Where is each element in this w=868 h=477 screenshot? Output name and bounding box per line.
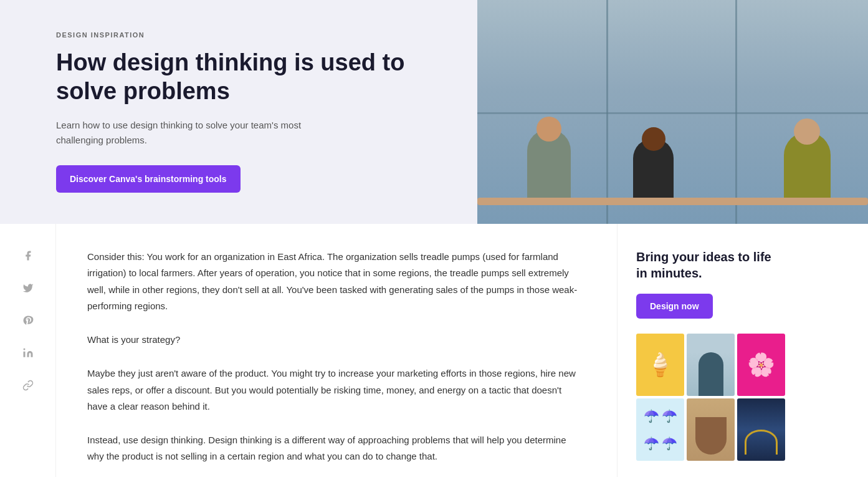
grid-image-3: 🌸 bbox=[737, 334, 785, 396]
umbrella-icon: ☂️ bbox=[662, 436, 677, 451]
design-now-button[interactable]: Design now bbox=[636, 294, 713, 319]
hero-title: How design thinking is used to solve pro… bbox=[56, 49, 440, 105]
content-section: Consider this: You work for an organizat… bbox=[0, 224, 868, 477]
hero-image bbox=[477, 0, 868, 224]
hero-description: Learn how to use design thinking to solv… bbox=[56, 118, 318, 148]
umbrella-scene: ☂️ ☂️ ☂️ ☂️ bbox=[636, 398, 684, 461]
pinterest-icon[interactable] bbox=[21, 314, 35, 327]
twitter-icon[interactable] bbox=[21, 281, 35, 295]
hero-content: DESIGN INSPIRATION How design thinking i… bbox=[0, 0, 477, 224]
person-1 bbox=[527, 129, 571, 198]
main-content: Consider this: You work for an organizat… bbox=[56, 224, 617, 477]
person-head bbox=[794, 118, 820, 145]
table bbox=[477, 198, 868, 205]
umbrella-icon: ☂️ bbox=[644, 436, 659, 451]
hero-cta-button[interactable]: Discover Canva's brainstorming tools bbox=[56, 165, 241, 193]
bridge-arch bbox=[745, 430, 778, 455]
umbrella-icon: ☂️ bbox=[662, 408, 677, 423]
article-paragraph-2: What is your strategy? bbox=[87, 332, 579, 348]
link-icon[interactable] bbox=[21, 378, 35, 392]
grid-image-6 bbox=[737, 398, 785, 461]
grid-image-4: ☂️ ☂️ ☂️ ☂️ bbox=[636, 398, 684, 461]
article-paragraph-1: Consider this: You work for an organizat… bbox=[87, 249, 579, 314]
svg-point-0 bbox=[23, 349, 25, 350]
person-2 bbox=[633, 138, 674, 198]
woman-silhouette bbox=[699, 352, 723, 396]
grid-image-1: 🍦 bbox=[636, 334, 684, 396]
bridge-scene bbox=[737, 398, 785, 461]
hero-image-scene bbox=[477, 0, 868, 224]
social-sidebar bbox=[0, 224, 56, 477]
person-torso bbox=[695, 417, 727, 455]
people-at-table bbox=[477, 99, 868, 224]
woman-portrait bbox=[687, 334, 735, 396]
person-3 bbox=[784, 132, 831, 198]
umbrella-icon: ☂️ bbox=[644, 408, 659, 423]
ice-cream-icon: 🍦 bbox=[646, 352, 674, 378]
image-grid: 🍦 🌸 ☂️ ☂️ ☂️ ☂️ bbox=[636, 334, 785, 461]
grid-image-2 bbox=[687, 334, 735, 396]
person-crop bbox=[687, 398, 735, 461]
hero-label: DESIGN INSPIRATION bbox=[56, 31, 440, 39]
linkedin-icon[interactable] bbox=[21, 346, 35, 360]
facebook-icon[interactable] bbox=[21, 249, 35, 263]
hero-section: DESIGN INSPIRATION How design thinking i… bbox=[0, 0, 868, 224]
article-paragraph-4: Instead, use design thinking. Design thi… bbox=[87, 432, 579, 465]
right-sidebar: Bring your ideas to life in minutes. Des… bbox=[617, 224, 804, 477]
grid-image-5 bbox=[687, 398, 735, 461]
article-paragraph-3: Maybe they just aren't aware of the prod… bbox=[87, 365, 579, 415]
sidebar-title: Bring your ideas to life in minutes. bbox=[636, 249, 785, 281]
flower-icon: 🌸 bbox=[747, 352, 775, 378]
